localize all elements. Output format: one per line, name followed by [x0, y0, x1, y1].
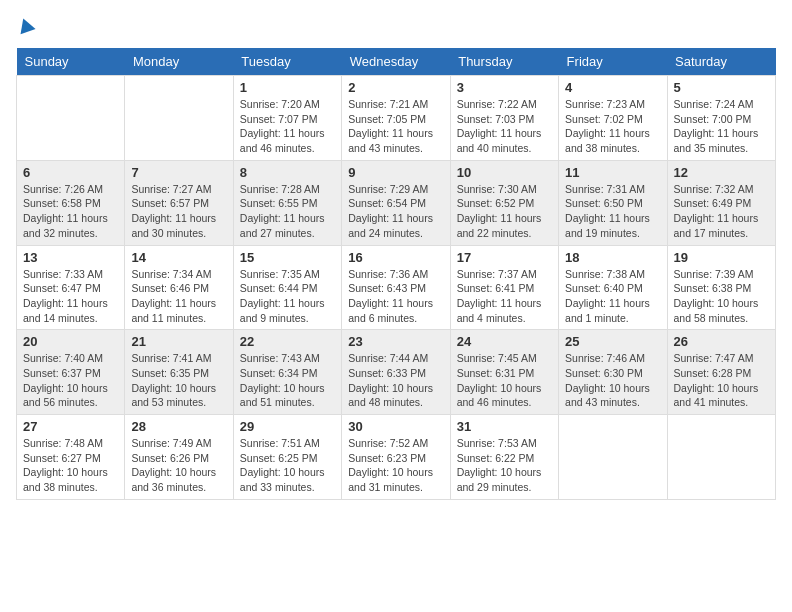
- day-number: 17: [457, 250, 552, 265]
- day-info: Sunrise: 7:33 AM Sunset: 6:47 PM Dayligh…: [23, 267, 118, 326]
- day-number: 25: [565, 334, 660, 349]
- day-info: Sunrise: 7:29 AM Sunset: 6:54 PM Dayligh…: [348, 182, 443, 241]
- calendar-cell: 30Sunrise: 7:52 AM Sunset: 6:23 PM Dayli…: [342, 415, 450, 500]
- day-number: 30: [348, 419, 443, 434]
- calendar-cell: 1Sunrise: 7:20 AM Sunset: 7:07 PM Daylig…: [233, 76, 341, 161]
- calendar-cell: 11Sunrise: 7:31 AM Sunset: 6:50 PM Dayli…: [559, 160, 667, 245]
- day-number: 24: [457, 334, 552, 349]
- calendar-header: SundayMondayTuesdayWednesdayThursdayFrid…: [17, 48, 776, 76]
- calendar-week-4: 20Sunrise: 7:40 AM Sunset: 6:37 PM Dayli…: [17, 330, 776, 415]
- weekday-header-tuesday: Tuesday: [233, 48, 341, 76]
- day-number: 13: [23, 250, 118, 265]
- calendar-cell: 28Sunrise: 7:49 AM Sunset: 6:26 PM Dayli…: [125, 415, 233, 500]
- calendar-cell: 29Sunrise: 7:51 AM Sunset: 6:25 PM Dayli…: [233, 415, 341, 500]
- calendar-week-5: 27Sunrise: 7:48 AM Sunset: 6:27 PM Dayli…: [17, 415, 776, 500]
- day-info: Sunrise: 7:44 AM Sunset: 6:33 PM Dayligh…: [348, 351, 443, 410]
- calendar-cell: 19Sunrise: 7:39 AM Sunset: 6:38 PM Dayli…: [667, 245, 775, 330]
- day-info: Sunrise: 7:43 AM Sunset: 6:34 PM Dayligh…: [240, 351, 335, 410]
- day-info: Sunrise: 7:22 AM Sunset: 7:03 PM Dayligh…: [457, 97, 552, 156]
- logo-icon: [16, 16, 36, 36]
- calendar-cell: 8Sunrise: 7:28 AM Sunset: 6:55 PM Daylig…: [233, 160, 341, 245]
- calendar-cell: 3Sunrise: 7:22 AM Sunset: 7:03 PM Daylig…: [450, 76, 558, 161]
- weekday-header-saturday: Saturday: [667, 48, 775, 76]
- day-number: 27: [23, 419, 118, 434]
- day-info: Sunrise: 7:48 AM Sunset: 6:27 PM Dayligh…: [23, 436, 118, 495]
- calendar-cell: 12Sunrise: 7:32 AM Sunset: 6:49 PM Dayli…: [667, 160, 775, 245]
- calendar-cell: 14Sunrise: 7:34 AM Sunset: 6:46 PM Dayli…: [125, 245, 233, 330]
- day-info: Sunrise: 7:53 AM Sunset: 6:22 PM Dayligh…: [457, 436, 552, 495]
- day-number: 14: [131, 250, 226, 265]
- calendar-cell: 2Sunrise: 7:21 AM Sunset: 7:05 PM Daylig…: [342, 76, 450, 161]
- day-info: Sunrise: 7:23 AM Sunset: 7:02 PM Dayligh…: [565, 97, 660, 156]
- logo: [16, 16, 36, 36]
- weekday-header-thursday: Thursday: [450, 48, 558, 76]
- calendar-week-2: 6Sunrise: 7:26 AM Sunset: 6:58 PM Daylig…: [17, 160, 776, 245]
- calendar-cell: 26Sunrise: 7:47 AM Sunset: 6:28 PM Dayli…: [667, 330, 775, 415]
- day-number: 11: [565, 165, 660, 180]
- day-number: 9: [348, 165, 443, 180]
- calendar-cell: 22Sunrise: 7:43 AM Sunset: 6:34 PM Dayli…: [233, 330, 341, 415]
- day-info: Sunrise: 7:24 AM Sunset: 7:00 PM Dayligh…: [674, 97, 769, 156]
- day-info: Sunrise: 7:21 AM Sunset: 7:05 PM Dayligh…: [348, 97, 443, 156]
- calendar-cell: 16Sunrise: 7:36 AM Sunset: 6:43 PM Dayli…: [342, 245, 450, 330]
- calendar-cell: [125, 76, 233, 161]
- day-number: 19: [674, 250, 769, 265]
- day-info: Sunrise: 7:20 AM Sunset: 7:07 PM Dayligh…: [240, 97, 335, 156]
- calendar-cell: 20Sunrise: 7:40 AM Sunset: 6:37 PM Dayli…: [17, 330, 125, 415]
- calendar-cell: 15Sunrise: 7:35 AM Sunset: 6:44 PM Dayli…: [233, 245, 341, 330]
- day-number: 15: [240, 250, 335, 265]
- calendar-week-1: 1Sunrise: 7:20 AM Sunset: 7:07 PM Daylig…: [17, 76, 776, 161]
- day-info: Sunrise: 7:47 AM Sunset: 6:28 PM Dayligh…: [674, 351, 769, 410]
- day-info: Sunrise: 7:49 AM Sunset: 6:26 PM Dayligh…: [131, 436, 226, 495]
- weekday-header-sunday: Sunday: [17, 48, 125, 76]
- calendar-cell: [559, 415, 667, 500]
- calendar-cell: 9Sunrise: 7:29 AM Sunset: 6:54 PM Daylig…: [342, 160, 450, 245]
- day-info: Sunrise: 7:41 AM Sunset: 6:35 PM Dayligh…: [131, 351, 226, 410]
- day-info: Sunrise: 7:34 AM Sunset: 6:46 PM Dayligh…: [131, 267, 226, 326]
- day-number: 1: [240, 80, 335, 95]
- calendar-cell: [667, 415, 775, 500]
- day-number: 12: [674, 165, 769, 180]
- day-info: Sunrise: 7:52 AM Sunset: 6:23 PM Dayligh…: [348, 436, 443, 495]
- day-number: 8: [240, 165, 335, 180]
- day-info: Sunrise: 7:46 AM Sunset: 6:30 PM Dayligh…: [565, 351, 660, 410]
- day-info: Sunrise: 7:38 AM Sunset: 6:40 PM Dayligh…: [565, 267, 660, 326]
- weekday-header-monday: Monday: [125, 48, 233, 76]
- calendar-table: SundayMondayTuesdayWednesdayThursdayFrid…: [16, 48, 776, 500]
- page-header: [16, 16, 776, 36]
- day-info: Sunrise: 7:28 AM Sunset: 6:55 PM Dayligh…: [240, 182, 335, 241]
- day-number: 4: [565, 80, 660, 95]
- day-info: Sunrise: 7:26 AM Sunset: 6:58 PM Dayligh…: [23, 182, 118, 241]
- day-info: Sunrise: 7:32 AM Sunset: 6:49 PM Dayligh…: [674, 182, 769, 241]
- calendar-cell: 4Sunrise: 7:23 AM Sunset: 7:02 PM Daylig…: [559, 76, 667, 161]
- day-info: Sunrise: 7:35 AM Sunset: 6:44 PM Dayligh…: [240, 267, 335, 326]
- day-number: 22: [240, 334, 335, 349]
- calendar-cell: 23Sunrise: 7:44 AM Sunset: 6:33 PM Dayli…: [342, 330, 450, 415]
- day-number: 18: [565, 250, 660, 265]
- day-info: Sunrise: 7:31 AM Sunset: 6:50 PM Dayligh…: [565, 182, 660, 241]
- calendar-cell: 6Sunrise: 7:26 AM Sunset: 6:58 PM Daylig…: [17, 160, 125, 245]
- day-number: 21: [131, 334, 226, 349]
- day-info: Sunrise: 7:51 AM Sunset: 6:25 PM Dayligh…: [240, 436, 335, 495]
- day-info: Sunrise: 7:37 AM Sunset: 6:41 PM Dayligh…: [457, 267, 552, 326]
- day-number: 6: [23, 165, 118, 180]
- day-number: 28: [131, 419, 226, 434]
- weekday-header-wednesday: Wednesday: [342, 48, 450, 76]
- calendar-cell: 25Sunrise: 7:46 AM Sunset: 6:30 PM Dayli…: [559, 330, 667, 415]
- day-number: 16: [348, 250, 443, 265]
- weekday-row: SundayMondayTuesdayWednesdayThursdayFrid…: [17, 48, 776, 76]
- day-info: Sunrise: 7:27 AM Sunset: 6:57 PM Dayligh…: [131, 182, 226, 241]
- calendar-cell: 7Sunrise: 7:27 AM Sunset: 6:57 PM Daylig…: [125, 160, 233, 245]
- calendar-body: 1Sunrise: 7:20 AM Sunset: 7:07 PM Daylig…: [17, 76, 776, 500]
- day-info: Sunrise: 7:45 AM Sunset: 6:31 PM Dayligh…: [457, 351, 552, 410]
- calendar-cell: 21Sunrise: 7:41 AM Sunset: 6:35 PM Dayli…: [125, 330, 233, 415]
- calendar-cell: 13Sunrise: 7:33 AM Sunset: 6:47 PM Dayli…: [17, 245, 125, 330]
- day-info: Sunrise: 7:36 AM Sunset: 6:43 PM Dayligh…: [348, 267, 443, 326]
- calendar-cell: 10Sunrise: 7:30 AM Sunset: 6:52 PM Dayli…: [450, 160, 558, 245]
- weekday-header-friday: Friday: [559, 48, 667, 76]
- day-number: 26: [674, 334, 769, 349]
- calendar-cell: 31Sunrise: 7:53 AM Sunset: 6:22 PM Dayli…: [450, 415, 558, 500]
- day-number: 2: [348, 80, 443, 95]
- day-number: 29: [240, 419, 335, 434]
- day-info: Sunrise: 7:40 AM Sunset: 6:37 PM Dayligh…: [23, 351, 118, 410]
